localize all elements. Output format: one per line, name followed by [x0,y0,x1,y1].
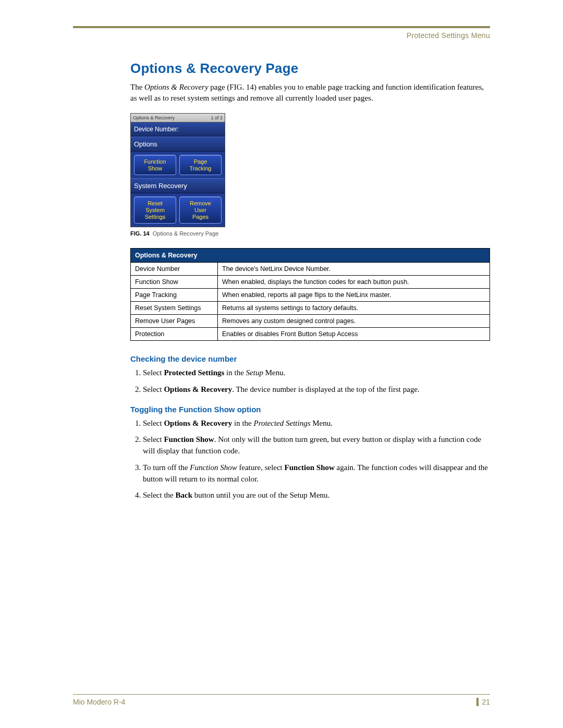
device-titlebar: Options & Recovery 1 of 2 [131,114,225,122]
step-text: . The device number is displayed at the … [232,385,420,393]
device-recovery-buttons: Reset System Settings Remove User Pages [131,193,225,227]
top-rule [73,26,490,28]
table-key: Page Tracking [131,289,218,302]
header-section-label: Protected Settings Menu [73,31,490,40]
device-screenshot: Options & Recovery 1 of 2 Device Number:… [130,113,225,227]
step-bold: Function Show [164,435,214,443]
btn-line: Show [136,165,175,172]
document-page: Protected Settings Menu Options & Recove… [0,0,563,728]
table-key: Remove User Pages [131,315,218,328]
list-item: Select Protected Settings in the Setup M… [143,367,490,379]
content-area: Options & Recovery Page The Options & Re… [73,60,490,501]
figure-label: FIG. 14 [130,230,150,237]
table-val: Removes any custom designed control page… [218,315,490,328]
device-page-indicator: 1 of 2 [211,115,223,120]
list-item: To turn off the Function Show feature, s… [143,462,490,485]
btn-line: System [136,207,175,214]
table-val: Returns all systems settings to factory … [218,302,490,315]
step-text: Menu. [310,419,333,427]
btn-line: User [181,207,220,214]
step-bold: Options & Recovery [164,419,232,427]
subheading-check-device: Checking the device number [130,354,490,363]
btn-line: Tracking [181,165,220,172]
step-text: Select [143,368,164,377]
table-row: ProtectionEnables or disables Front Butt… [131,328,490,341]
device-title: Options & Recovery [133,115,175,120]
device-number-row: Device Number: [131,122,225,137]
device-options-buttons: Function Show Page Tracking [131,152,225,178]
device-options-label: Options [131,137,225,152]
table-row: Device NumberThe device's NetLinx Device… [131,263,490,276]
list-item: Select Options & Recovery. The device nu… [143,384,490,396]
figure-caption-text: Options & Recovery Page [153,230,219,237]
btn-line: Page [181,158,220,165]
table-row: Page TrackingWhen enabled, reports all p… [131,289,490,302]
intro-text-1: The [130,83,144,91]
table-header: Options & Recovery [131,249,490,263]
table-val: When enabled, reports all page flips to … [218,289,490,302]
list-item: Select Function Show. Not only will the … [143,434,490,457]
step-bold: Protected Settings [164,368,224,377]
page-tracking-button[interactable]: Page Tracking [179,155,222,175]
step-text: feature, select [237,463,285,472]
table-row: Reset System SettingsReturns all systems… [131,302,490,315]
table-val: When enabled, displays the function code… [218,276,490,289]
remove-user-pages-button[interactable]: Remove User Pages [179,196,222,224]
page-title: Options & Recovery Page [130,60,490,77]
table-key: Device Number [131,263,218,276]
function-show-button[interactable]: Function Show [134,155,176,175]
step-text: To turn off the [143,463,190,472]
btn-line: Pages [181,214,220,220]
step-bold: Options & Recovery [164,385,232,393]
table-row: Remove User PagesRemoves any custom desi… [131,315,490,328]
table-key: Function Show [131,276,218,289]
btn-line: Remove [181,200,220,207]
page-number: 21 [476,698,490,706]
footer-product-name: Mio Modero R-4 [73,698,125,706]
step-text: Select the [143,491,175,499]
page-footer: Mio Modero R-4 21 [73,694,490,706]
reset-system-settings-button[interactable]: Reset System Settings [134,196,176,224]
steps-toggle-function-show: Select Options & Recovery in the Protect… [130,418,490,502]
table-key: Protection [131,328,218,341]
subheading-toggle-function-show: Toggling the Function Show option [130,405,490,414]
steps-check-device: Select Protected Settings in the Setup M… [130,367,490,396]
table-row: Function ShowWhen enabled, displays the … [131,276,490,289]
step-italic: Function Show [190,463,237,472]
table-key: Reset System Settings [131,302,218,315]
step-bold: Back [175,491,192,499]
table-val: The device's NetLinx Device Number. [218,263,490,276]
table-val: Enables or disables Front Button Setup A… [218,328,490,341]
btn-line: Reset [136,200,175,207]
step-italic: Setup [246,368,263,377]
step-italic: Protected Settings [253,419,310,427]
device-recovery-label: System Recovery [131,178,225,193]
step-text: button until you are out of the Setup Me… [192,491,329,499]
btn-line: Function [136,158,175,165]
step-text: Menu. [263,368,286,377]
list-item: Select the Back button until you are out… [143,490,490,501]
footer-rule [73,694,490,695]
list-item: Select Options & Recovery in the Protect… [143,418,490,429]
step-text: Select [143,385,164,393]
step-text: in the [232,419,253,427]
intro-em-1: Options & Recovery [144,83,208,91]
intro-paragraph: The Options & Recovery page (FIG. 14) en… [130,82,490,104]
step-text: in the [224,368,246,377]
step-bold: Function Show [285,463,335,472]
step-text: Select [143,435,164,443]
btn-line: Settings [136,214,175,220]
figure-caption: FIG. 14 Options & Recovery Page [130,230,490,237]
step-text: Select [143,419,164,427]
options-recovery-table: Options & Recovery Device NumberThe devi… [130,248,490,341]
